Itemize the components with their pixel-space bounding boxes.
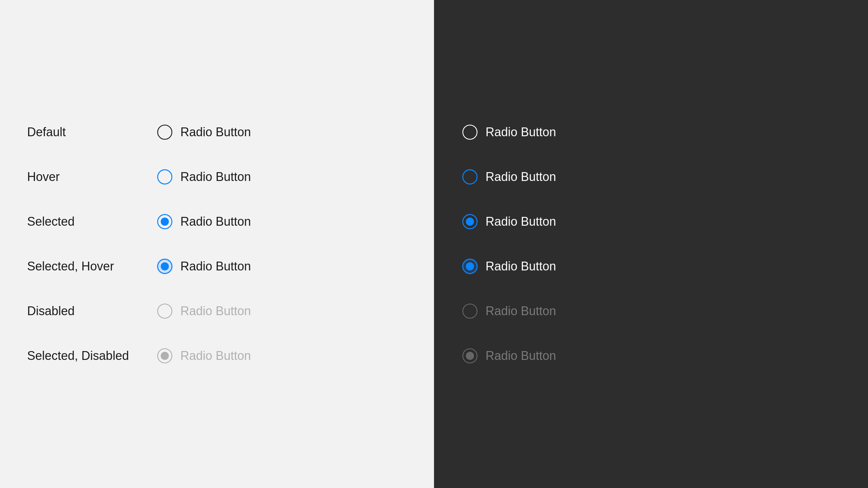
- row-selected-hover-light: Selected, Hover Radio Button: [27, 258, 434, 275]
- row-disabled-light: Disabled Radio Button: [27, 302, 434, 320]
- radio-group-hover-dark[interactable]: Radio Button: [461, 168, 556, 186]
- svg-point-16: [466, 262, 474, 270]
- radio-label-selected-hover-dark: Radio Button: [486, 259, 556, 273]
- radio-label-selected-hover-light: Radio Button: [180, 259, 251, 273]
- radio-icon-default-dark[interactable]: [461, 123, 479, 141]
- radio-icon-selected-dark[interactable]: [461, 213, 479, 230]
- svg-point-17: [463, 304, 477, 318]
- svg-point-3: [161, 218, 169, 226]
- radio-group-disabled-light: Radio Button: [156, 302, 251, 320]
- state-label-hover-light: Hover: [27, 170, 156, 184]
- radio-icon-selected-light[interactable]: [156, 213, 174, 230]
- state-label-selected-hover-light: Selected, Hover: [27, 259, 156, 273]
- radio-label-disabled-light: Radio Button: [180, 304, 251, 318]
- radio-icon-hover-light[interactable]: [156, 168, 174, 186]
- radio-label-default-light: Radio Button: [180, 125, 251, 139]
- radio-group-selected-disabled-dark: Radio Button: [461, 347, 556, 365]
- state-label-selected-disabled-light: Selected, Disabled: [27, 349, 156, 363]
- svg-point-0: [158, 125, 172, 139]
- radio-label-selected-light: Radio Button: [180, 215, 251, 229]
- row-selected-light: Selected Radio Button: [27, 213, 434, 230]
- radio-group-default-dark[interactable]: Radio Button: [461, 123, 556, 141]
- row-hover-dark: Radio Button: [461, 168, 868, 186]
- row-selected-hover-dark: Radio Button: [461, 258, 868, 275]
- svg-point-11: [463, 170, 477, 184]
- radio-label-selected-disabled-light: Radio Button: [180, 349, 251, 363]
- radio-icon-disabled-dark: [461, 302, 479, 320]
- light-panel: Default Radio Button Hover Radio Button …: [0, 0, 434, 488]
- state-label-default-light: Default: [27, 125, 156, 139]
- radio-group-selected-hover-light[interactable]: Radio Button: [156, 258, 251, 275]
- row-selected-disabled-dark: Radio Button: [461, 347, 868, 365]
- radio-group-disabled-dark: Radio Button: [461, 302, 556, 320]
- radio-group-selected-hover-dark[interactable]: Radio Button: [461, 258, 556, 275]
- row-default-dark: Radio Button: [461, 123, 868, 141]
- radio-group-hover-light[interactable]: Radio Button: [156, 168, 251, 186]
- radio-group-selected-light[interactable]: Radio Button: [156, 213, 251, 230]
- dark-panel: Radio Button Radio Button Radio Button: [434, 0, 868, 488]
- svg-point-6: [161, 262, 169, 270]
- radio-label-default-dark: Radio Button: [486, 125, 556, 139]
- radio-icon-selected-hover-light[interactable]: [156, 258, 174, 275]
- radio-group-default-light[interactable]: Radio Button: [156, 123, 251, 141]
- state-label-selected-light: Selected: [27, 215, 156, 229]
- row-default-light: Default Radio Button: [27, 123, 434, 141]
- radio-label-disabled-dark: Radio Button: [486, 304, 556, 318]
- row-selected-disabled-light: Selected, Disabled Radio Button: [27, 347, 434, 365]
- row-selected-dark: Radio Button: [461, 213, 868, 230]
- svg-point-7: [158, 304, 172, 318]
- svg-point-13: [466, 218, 474, 226]
- radio-icon-selected-hover-dark[interactable]: [461, 258, 479, 275]
- svg-point-19: [466, 352, 474, 360]
- state-label-disabled-light: Disabled: [27, 304, 156, 318]
- radio-label-selected-disabled-dark: Radio Button: [486, 349, 556, 363]
- radio-icon-hover-dark[interactable]: [461, 168, 479, 186]
- row-disabled-dark: Radio Button: [461, 302, 868, 320]
- svg-point-1: [158, 170, 172, 184]
- svg-point-10: [463, 125, 477, 139]
- radio-group-selected-dark[interactable]: Radio Button: [461, 213, 556, 230]
- radio-group-selected-disabled-light: Radio Button: [156, 347, 251, 365]
- radio-icon-default-light[interactable]: [156, 123, 174, 141]
- radio-label-hover-light: Radio Button: [180, 170, 251, 184]
- radio-icon-selected-disabled-dark: [461, 347, 479, 365]
- radio-label-selected-dark: Radio Button: [486, 215, 556, 229]
- radio-label-hover-dark: Radio Button: [486, 170, 556, 184]
- row-hover-light: Hover Radio Button: [27, 168, 434, 186]
- radio-icon-disabled-light: [156, 302, 174, 320]
- radio-icon-selected-disabled-light: [156, 347, 174, 365]
- svg-point-9: [161, 352, 169, 360]
